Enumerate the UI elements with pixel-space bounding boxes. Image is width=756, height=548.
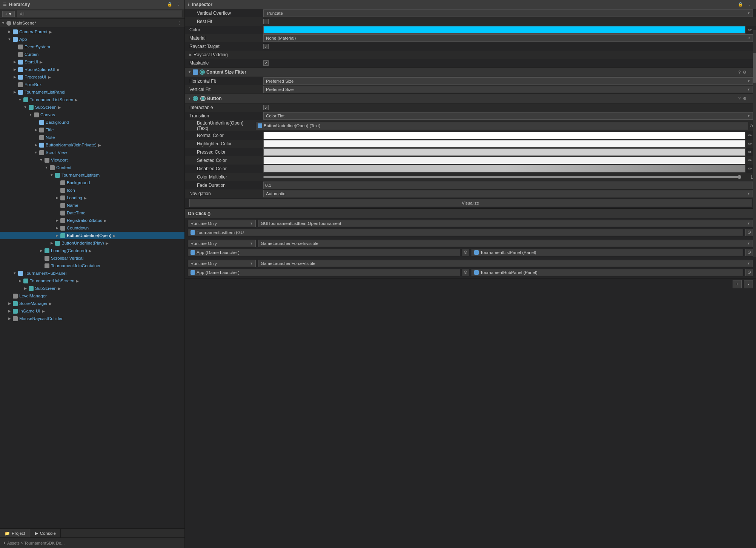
hierarchy-lock-icon[interactable]: 🔒 [166, 2, 174, 7]
tree-item-score-manager[interactable]: ScoreManager ▶ [0, 300, 184, 307]
game-obj-field-1[interactable]: TournamentListItem (GU [188, 229, 743, 236]
maskable-checkbox[interactable] [263, 60, 269, 66]
tree-item-app[interactable]: App [0, 35, 184, 43]
console-tab[interactable]: ▶ Console [30, 529, 61, 537]
tree-item-button-normal[interactable]: ButtonNormal(JoinPrivate) ▶ [0, 141, 184, 149]
hierarchy-search-input[interactable] [17, 11, 182, 17]
raycast-padding-arrow[interactable]: ▶ [189, 53, 192, 57]
highlighted-color-swatch[interactable] [263, 140, 745, 148]
tree-item-tournament-list-screen[interactable]: TournamentListScreen ▶ [0, 96, 184, 103]
onclick-runtime-dropdown-1[interactable]: Runtime Only ▼ [188, 220, 256, 227]
eyedropper-icon[interactable]: ✏ [747, 27, 753, 33]
fade-duration-input[interactable] [263, 182, 753, 189]
target-btn-3b[interactable]: ⊙ [745, 269, 753, 276]
tree-item-icon[interactable]: Icon [0, 186, 184, 194]
tree-item-name[interactable]: Name [0, 202, 184, 209]
help-icon[interactable]: ? [738, 70, 741, 74]
target-btn-2b[interactable]: ⊙ [745, 249, 753, 256]
tree-item-scroll-view[interactable]: Scroll View [0, 149, 184, 156]
hierarchy-menu-icon[interactable]: ☰ [3, 2, 7, 7]
color-swatch[interactable] [263, 26, 745, 34]
pressed-color-swatch[interactable] [263, 148, 745, 156]
color-multiplier-track[interactable] [263, 176, 739, 178]
button-section-header[interactable]: ▼ Button ? ⚙ ⋮ [185, 94, 756, 103]
onclick-handler-3[interactable]: GameLauncher.ForceVisible ▼ [258, 260, 753, 267]
tree-item-loading-centered[interactable]: Loading(Centered) ▶ [0, 247, 184, 254]
normal-color-eyedropper[interactable]: ✏ [747, 132, 753, 139]
scene-dots-icon[interactable]: ⋮ [177, 20, 183, 26]
highlighted-color-eyedropper[interactable]: ✏ [747, 141, 753, 147]
game-obj-field-3b[interactable]: TournamentHubPanel (Panel) [472, 269, 743, 276]
onclick-handler-1[interactable]: GUITournamentListItem.OpenTournament ▼ [258, 220, 753, 227]
tree-item-bg-child[interactable]: Background [0, 179, 184, 186]
game-obj-field-2b[interactable]: TournamentListPanel (Panel) [472, 249, 743, 256]
hierarchy-more-icon[interactable]: ⋮ [175, 2, 181, 7]
tree-item-progress-ui[interactable]: ProgressUI ▶ [0, 73, 184, 81]
transition-dropdown[interactable]: Color Tint ▼ [263, 112, 753, 120]
pressed-color-eyedropper[interactable]: ✏ [747, 149, 753, 155]
tree-item-loading[interactable]: Loading ▶ [0, 194, 184, 202]
tree-item-title[interactable]: Title [0, 126, 184, 134]
game-obj-field-3a[interactable]: App (Game Launcher) [188, 269, 459, 276]
tree-item-canvas[interactable]: Canvas [0, 111, 184, 119]
footer-add-button[interactable]: + [733, 280, 742, 288]
dots-icon[interactable]: ⋮ [749, 70, 753, 75]
game-obj-field-2a[interactable]: App (Game Launcher) [188, 249, 459, 256]
tree-item-tournament-join-container[interactable]: TournamentJoinContainer [0, 262, 184, 269]
enable-toggle[interactable] [193, 96, 198, 101]
onclick-handler-2[interactable]: GameLauncher.ForceInvisible ▼ [258, 240, 753, 247]
assets-add-button[interactable]: + [3, 540, 6, 546]
target-btn-1[interactable]: ⊙ [745, 229, 753, 236]
tree-item-button-underline-play[interactable]: ButtonUnderline(Play) ▶ [0, 239, 184, 247]
tree-item-background[interactable]: Background [0, 119, 184, 126]
best-fit-checkbox[interactable] [263, 19, 269, 24]
project-tab[interactable]: 📁 Project [0, 529, 30, 537]
selected-color-swatch[interactable] [263, 157, 745, 164]
tree-item-level-manager[interactable]: LevelManager [0, 292, 184, 300]
tree-item-tournament-list-panel[interactable]: TournamentListPanel [0, 88, 184, 96]
tree-item-tournament-hub-screen[interactable]: TournamentHubScreen ▶ [0, 277, 184, 285]
target-btn-3a[interactable]: ⊙ [462, 269, 469, 276]
selected-color-eyedropper[interactable]: ✏ [747, 157, 753, 163]
tree-item-scrollbar-vertical[interactable]: Scrollbar Vertical [0, 254, 184, 262]
tree-item-ingame-ui[interactable]: InGame UI ▶ [0, 307, 184, 315]
tree-item-error-box[interactable]: ErrorBox [0, 81, 184, 88]
onclick-runtime-dropdown-3[interactable]: Runtime Only ▼ [188, 260, 256, 267]
interactable-checkbox[interactable] [263, 105, 269, 110]
vertical-fit-dropdown[interactable]: Preferred Size ▼ [263, 86, 753, 93]
add-button[interactable]: + ▼ [2, 11, 15, 17]
button-help-icon[interactable]: ? [738, 96, 741, 101]
onclick-runtime-dropdown-2[interactable]: Runtime Only ▼ [188, 240, 256, 247]
visualize-button[interactable]: Visualize [189, 199, 751, 207]
tree-item-note[interactable]: Note [0, 134, 184, 141]
toggle-icon2[interactable] [200, 96, 206, 101]
raycast-target-checkbox[interactable] [263, 44, 269, 49]
tree-item-curtain[interactable]: Curtain [0, 51, 184, 58]
tree-item-subscreen[interactable]: SubScreen ▶ [0, 103, 184, 111]
tree-item-content[interactable]: Content [0, 164, 184, 171]
tree-item-start-ui[interactable]: StartUI ▶ [0, 58, 184, 66]
disabled-color-swatch[interactable] [263, 165, 745, 172]
tree-item-button-underline-open[interactable]: ButtonUnderline(Open) ▶ [0, 232, 184, 239]
settings-icon[interactable]: ⚙ [743, 70, 747, 75]
inspector-lock-icon[interactable]: 🔒 [737, 2, 744, 7]
tree-item-tournament-hub-panel[interactable]: TournamentHubPanel [0, 269, 184, 277]
disabled-color-eyedropper[interactable]: ✏ [747, 166, 753, 172]
tree-item-tournament-list-item[interactable]: TournamentListItem [0, 171, 184, 179]
toggle-icon[interactable] [200, 69, 205, 75]
content-size-fitter-header[interactable]: ▼ Content Size Fitter ? ⚙ ⋮ [185, 67, 756, 77]
slider-thumb[interactable] [738, 175, 741, 179]
inspector-more-icon[interactable]: ⋮ [747, 2, 753, 7]
navigation-dropdown[interactable]: Automatic ▼ [263, 190, 753, 197]
tree-item-viewport[interactable]: Viewport [0, 156, 184, 164]
horizontal-fit-dropdown[interactable]: Preferred Size ▼ [263, 77, 753, 85]
tree-item-room-options[interactable]: RoomOptionsUI ▶ [0, 66, 184, 73]
tree-item-subscreen2[interactable]: SubScreen ▶ [0, 285, 184, 292]
tree-item-registration-status[interactable]: RegistrationStatus ▶ [0, 217, 184, 224]
button-dots-icon[interactable]: ⋮ [749, 96, 753, 101]
button-settings-icon[interactable]: ⚙ [743, 96, 747, 101]
tree-item-mouse-raycast[interactable]: MouseRaycastCollider [0, 315, 184, 322]
vertical-overflow-dropdown[interactable]: Truncate ▼ [263, 9, 753, 17]
tree-item-datetime[interactable]: DateTime [0, 209, 184, 217]
target-graphic-field[interactable]: ButtonUnderline(Open) (Text) [256, 122, 748, 129]
